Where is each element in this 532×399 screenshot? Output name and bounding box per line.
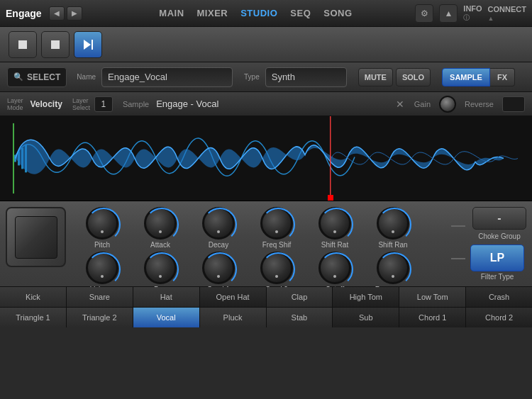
sample-button[interactable]: SAMPLE xyxy=(442,68,490,86)
layer-select-input[interactable] xyxy=(94,96,113,112)
resonance-knob[interactable] xyxy=(377,252,409,284)
pitch-knob-item: Pitch xyxy=(73,207,131,249)
nav-studio[interactable]: STUDIO xyxy=(240,8,277,18)
decay-knob-dot xyxy=(217,230,220,233)
transport-bar xyxy=(0,27,532,62)
right-controls: - Choke Group LP Filter Type xyxy=(468,207,526,281)
decay-knob[interactable] xyxy=(202,207,235,240)
trophy-icon-btn[interactable]: ▲ xyxy=(439,4,458,23)
pad-kick[interactable]: Kick xyxy=(0,287,67,307)
pad-sub[interactable]: Sub xyxy=(333,308,399,327)
dash-separator xyxy=(450,207,467,278)
pan-knob[interactable] xyxy=(144,252,177,284)
stop2-button[interactable] xyxy=(41,31,70,58)
attack-label: Attack xyxy=(150,241,170,249)
nav-prev-button[interactable]: ◀ xyxy=(49,6,65,21)
settings-icon-btn[interactable]: ⚙ xyxy=(415,4,433,23)
pad-chord1[interactable]: Chord 1 xyxy=(399,308,466,327)
waveform-display xyxy=(0,116,532,201)
svg-rect-5 xyxy=(13,123,14,193)
nav-song[interactable]: SONG xyxy=(323,8,352,18)
shiftran-knob[interactable] xyxy=(377,207,409,240)
name-type-bar: 🔍 SELECT Name Type MUTE SOLO SAMPLE FX xyxy=(0,62,532,92)
shiftrat-knob-item: Shift Rat xyxy=(306,207,364,249)
stop2-icon xyxy=(50,39,61,50)
name-label: Name xyxy=(77,73,96,81)
attack-knob-dot xyxy=(159,230,162,233)
pad-triangle2[interactable]: Triangle 2 xyxy=(67,308,133,327)
choke-group: - Choke Group xyxy=(472,207,526,240)
volume-knob[interactable] xyxy=(86,252,118,284)
pad-hat[interactable]: Hat xyxy=(133,287,200,307)
pad-crash[interactable]: Crash xyxy=(466,287,532,307)
shiftrat-knob[interactable] xyxy=(318,207,351,240)
play-button[interactable] xyxy=(74,31,102,58)
name-input[interactable] xyxy=(101,67,233,87)
connect-button[interactable]: CONNECT▲ xyxy=(488,5,526,22)
knobs-grid: Pitch Attack Decay Freq Shif xyxy=(73,207,450,293)
send2-knob[interactable] xyxy=(260,252,293,284)
pad-clap[interactable]: Clap xyxy=(267,287,333,307)
cutoff-knob[interactable] xyxy=(318,252,351,284)
resonance-knob-dot xyxy=(392,275,394,278)
select-label: SELECT xyxy=(27,72,60,82)
layer-select-label: LayerSelect xyxy=(72,97,90,111)
attack-knob-item: Attack xyxy=(131,207,189,249)
nav-seq[interactable]: SEQ xyxy=(290,8,311,18)
sample-clear-button[interactable]: ✕ xyxy=(396,99,404,110)
pad-pluck[interactable]: Pluck xyxy=(200,308,267,327)
svg-marker-2 xyxy=(84,40,91,50)
pitch-knob[interactable] xyxy=(86,207,118,240)
shiftran-label: Shift Ran xyxy=(378,241,407,249)
shiftran-knob-dot xyxy=(392,230,394,233)
info-button[interactable]: INFOⓘ xyxy=(463,4,482,23)
sample-fx-group: SAMPLE FX xyxy=(442,68,515,86)
solo-button[interactable]: SOLO xyxy=(396,68,431,86)
nav-next-button[interactable]: ▶ xyxy=(67,6,82,21)
pad-preview-inner xyxy=(15,216,57,259)
pad-chord2[interactable]: Chord 2 xyxy=(466,308,532,327)
nav-arrows: ◀ ▶ xyxy=(49,6,82,21)
attack-knob[interactable] xyxy=(144,207,177,240)
app-title: Engage xyxy=(6,8,42,19)
fx-button[interactable]: FX xyxy=(490,68,515,86)
pan-knob-dot xyxy=(159,275,162,278)
dash-line-1 xyxy=(451,225,465,227)
filter-type-label: Filter Type xyxy=(481,273,514,281)
pad-triangle1[interactable]: Triangle 1 xyxy=(0,308,67,327)
pad-stab[interactable]: Stab xyxy=(267,308,333,327)
stop-button[interactable] xyxy=(9,31,37,58)
nav-mixer[interactable]: MIXER xyxy=(197,8,228,18)
cutoff-knob-dot xyxy=(333,275,336,278)
freqshif-knob-dot xyxy=(275,230,278,233)
knobs-area: Pitch Attack Decay Freq Shif xyxy=(0,201,532,286)
shiftrat-knob-dot xyxy=(333,230,336,233)
filter-type-group: LP Filter Type xyxy=(470,245,524,281)
volume-knob-dot xyxy=(101,275,104,278)
mute-button[interactable]: MUTE xyxy=(358,68,393,86)
pad-open-hat[interactable]: Open Hat xyxy=(200,287,267,307)
pad-low-tom[interactable]: Low Tom xyxy=(399,287,466,307)
type-input[interactable] xyxy=(265,67,347,87)
pad-snare[interactable]: Snare xyxy=(67,287,133,307)
svg-rect-0 xyxy=(18,40,27,49)
pitch-label: Pitch xyxy=(94,241,110,249)
svg-rect-3 xyxy=(92,40,93,50)
gain-knob[interactable] xyxy=(439,96,456,113)
reverse-toggle[interactable] xyxy=(502,96,525,112)
filter-type-value: LP xyxy=(490,252,504,264)
select-button[interactable]: 🔍 SELECT xyxy=(7,67,67,87)
send2-knob-dot xyxy=(275,275,278,278)
filter-type-button[interactable]: LP xyxy=(470,245,524,271)
pad-high-tom[interactable]: High Tom xyxy=(333,287,399,307)
freqshif-knob[interactable] xyxy=(260,207,293,240)
reverse-label: Reverse xyxy=(465,100,494,108)
nav-main[interactable]: MAIN xyxy=(159,8,184,18)
choke-group-label: Choke Group xyxy=(478,232,520,240)
send1-knob[interactable] xyxy=(202,252,235,284)
pad-vocal[interactable]: Vocal xyxy=(133,308,200,327)
svg-rect-11 xyxy=(328,195,333,201)
waveform-area[interactable] xyxy=(0,116,532,201)
decay-knob-item: Decay xyxy=(189,207,248,249)
pad-preview[interactable] xyxy=(6,207,66,267)
